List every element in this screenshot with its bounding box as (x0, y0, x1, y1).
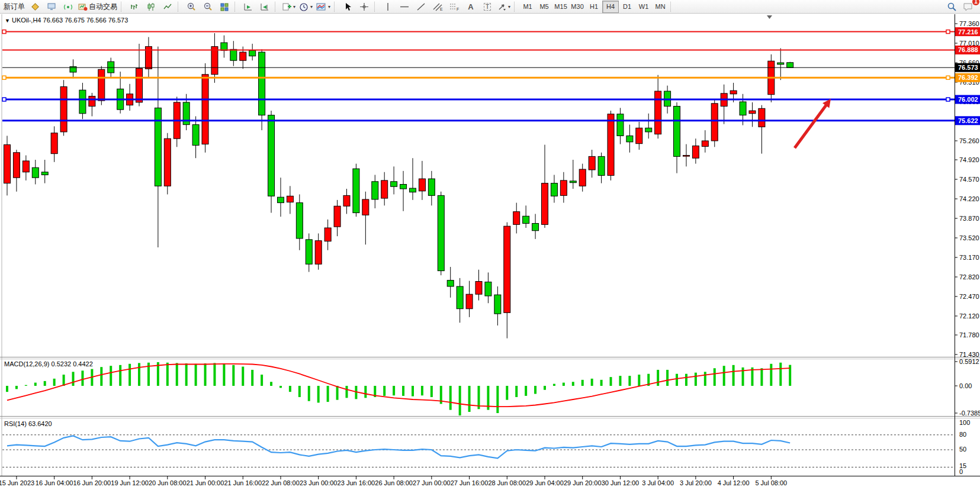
line-handle[interactable] (2, 30, 6, 34)
chart-canvas[interactable]: 77.36077.01076.66076.31075.96075.61075.2… (0, 0, 980, 490)
price-tick-label: 71.780 (959, 331, 979, 339)
candle-body (315, 241, 322, 265)
auto-trading-button[interactable]: 自动交易 (76, 0, 119, 13)
horizontal-line-tool[interactable] (396, 0, 413, 13)
timeframe-d1[interactable]: D1 (619, 1, 635, 13)
symbol-title[interactable]: ▼ UKOil-,H4 76.663 76.675 76.566 76.573 (5, 17, 128, 24)
text-tool[interactable]: A (462, 0, 479, 13)
candle-body (409, 188, 416, 192)
trendline-icon (416, 2, 426, 11)
fibonacci-tool[interactable]: F (446, 0, 462, 13)
cursor-button[interactable] (339, 0, 356, 13)
price-tick-label: 73.170 (959, 254, 979, 261)
svg-text:F: F (457, 7, 459, 11)
auto-scroll-button[interactable] (240, 0, 256, 13)
line-handle[interactable] (2, 98, 6, 101)
candle-body (551, 183, 557, 196)
candle-body (268, 115, 275, 196)
candle-body (749, 111, 756, 114)
candle-body (4, 145, 11, 183)
time-tick-label: 3 Jul 04:00 (642, 479, 674, 486)
timeframe-mn[interactable]: MN (652, 1, 669, 13)
fibonacci-icon: F (449, 2, 460, 11)
candle-body (23, 161, 29, 172)
candle-body (466, 294, 473, 309)
zoom-in-button[interactable] (183, 0, 200, 13)
toolbar-separator (334, 2, 337, 12)
candle-body (457, 286, 463, 309)
candle-body (711, 104, 718, 141)
toolbar-separator (374, 2, 377, 12)
collapse-arrow-icon[interactable]: ▼ (5, 18, 10, 24)
chart-shift-button[interactable] (256, 0, 273, 13)
bar-chart-button[interactable] (126, 0, 143, 13)
timeframe-m30[interactable]: M30 (569, 1, 586, 13)
notifications-button[interactable]: 1 (960, 0, 976, 13)
candle-body (136, 68, 143, 102)
price-tick-label: 72.120 (959, 312, 979, 320)
timeframe-m5[interactable]: M5 (536, 1, 552, 13)
candle-body (504, 226, 510, 312)
line-handle[interactable] (946, 98, 950, 101)
channel-tool[interactable]: E (429, 0, 446, 13)
line-handle[interactable] (946, 76, 950, 79)
candle-body (211, 47, 218, 75)
chevron-down-icon: ▾ (310, 4, 313, 9)
timeframe-m1[interactable]: M1 (519, 1, 536, 13)
text-tool-icon: A (468, 2, 473, 11)
templates-button[interactable]: ▾ (314, 0, 332, 13)
candle-body (542, 183, 548, 225)
candlestick-chart-button[interactable] (143, 0, 159, 13)
chat-bubble-icon (963, 2, 973, 12)
arrows-tool[interactable]: ▾ (496, 0, 512, 13)
timeframe-h1[interactable]: H1 (586, 1, 602, 13)
chart-shift-icon (260, 2, 269, 11)
candle-body (626, 136, 633, 141)
time-tick-label: 16 Jun 20:00 (73, 479, 111, 486)
line-handle[interactable] (946, 30, 950, 34)
time-tick-label: 23 Jun 16:00 (338, 479, 375, 486)
candle-body (532, 223, 539, 230)
time-tick-label: 22 Jun 08:00 (262, 479, 300, 486)
candle-body (192, 125, 199, 146)
time-tick-label: 5 Jul 08:00 (755, 479, 787, 486)
chevron-down-icon: ▾ (328, 4, 330, 9)
line-chart-button[interactable] (159, 0, 176, 13)
chevron-down-icon: ▾ (508, 4, 510, 9)
candle-body (89, 96, 95, 107)
price-tick-label: 77.360 (959, 20, 979, 27)
price-tick-label: 73.520 (959, 234, 979, 241)
time-tick-label: 21 Jun 16:00 (224, 479, 262, 486)
line-handle[interactable] (2, 76, 6, 79)
crosshair-button[interactable] (356, 0, 372, 13)
candle-body (674, 107, 680, 157)
bar-chart-icon (130, 2, 139, 11)
signals-icon[interactable] (60, 0, 76, 13)
vertical-line-tool[interactable] (380, 0, 396, 13)
candle-body (759, 108, 765, 127)
timeframe-w1[interactable]: W1 (635, 1, 652, 13)
search-button[interactable] (943, 0, 960, 13)
terminal-icon[interactable] (43, 0, 60, 13)
period-button[interactable]: ▾ (297, 0, 314, 13)
time-tick-label: 29 Jun 04:00 (526, 479, 564, 486)
svg-text:E: E (440, 7, 443, 11)
candlestick-chart-icon (146, 2, 156, 11)
candle-body (702, 141, 708, 146)
chart-background (0, 14, 980, 490)
candle-body (447, 281, 454, 286)
candle-body (51, 133, 57, 154)
zoom-out-icon (203, 2, 213, 11)
new-order-button[interactable]: 新订单 (2, 0, 27, 13)
zoom-out-button[interactable] (200, 0, 216, 13)
text-label-tool[interactable]: T (479, 0, 496, 13)
new-chart-button[interactable]: ▾ (280, 0, 297, 13)
price-tick-label: 74.920 (959, 156, 979, 163)
timeframe-h4[interactable]: H4 (602, 1, 619, 13)
timeframe-m15[interactable]: M15 (552, 1, 569, 13)
price-tick-label: 72.820 (959, 273, 979, 281)
time-tick-label: 30 Jun 12:00 (602, 479, 640, 486)
market-watch-icon[interactable] (27, 0, 43, 13)
tile-windows-button[interactable] (216, 0, 233, 13)
trendline-tool[interactable] (413, 0, 429, 13)
